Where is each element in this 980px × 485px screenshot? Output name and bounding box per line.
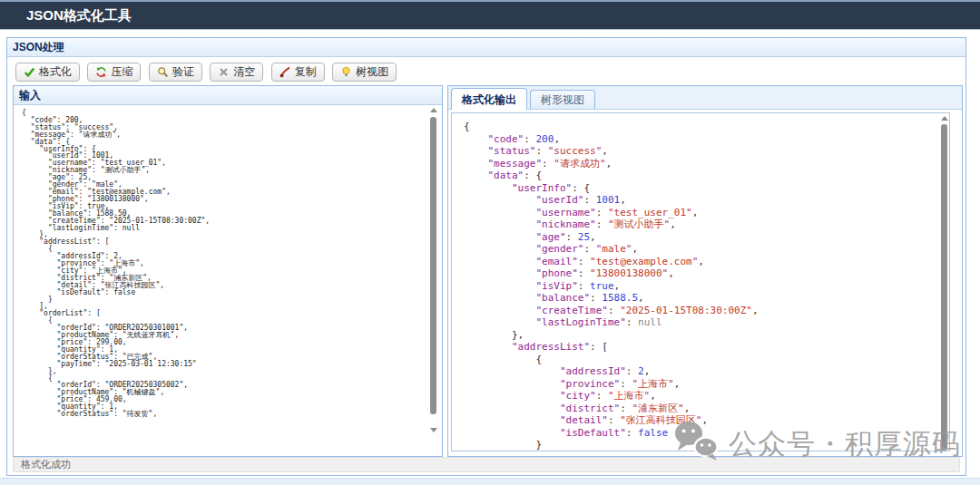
output-content-box: { "code": 200, "status": "success", "mes… <box>451 112 950 451</box>
wechat-icon <box>673 420 720 469</box>
compress-icon <box>95 66 107 78</box>
validate-button[interactable]: 验证 <box>149 63 202 82</box>
tab-tree-view[interactable]: 树形视图 <box>530 90 595 109</box>
magnifier-icon <box>157 66 169 78</box>
app-title: JSON格式化工具 <box>26 7 132 23</box>
toolbar: 格式化 压缩 验证 清空 复制 树视图 <box>7 58 965 85</box>
x-icon <box>218 66 230 78</box>
page-bottom-strip <box>0 478 980 485</box>
output-panel: 格式化输出 树形视图 { "code": 200, "status": "suc… <box>447 85 963 457</box>
input-panel-header: 输入 <box>14 86 442 105</box>
treeview-button[interactable]: 树视图 <box>332 63 397 82</box>
json-output: { "code": 200, "status": "success", "mes… <box>452 113 949 451</box>
scroll-down-arrow-icon[interactable] <box>430 428 437 432</box>
json-input[interactable]: { "code": 200, "status": "success", "mes… <box>14 105 442 418</box>
scroll-up-arrow-icon[interactable] <box>941 116 948 121</box>
output-tab-body: { "code": 200, "status": "success", "mes… <box>448 110 962 456</box>
input-scrollbar[interactable] <box>429 107 437 454</box>
lightbulb-icon <box>340 66 352 78</box>
output-scrollbar[interactable] <box>940 115 948 449</box>
brush-icon <box>279 66 291 78</box>
check-icon <box>24 66 35 78</box>
format-button[interactable]: 格式化 <box>15 63 80 82</box>
status-text: 格式化成功 <box>21 459 71 470</box>
output-tabstrip: 格式化输出 树形视图 <box>448 86 962 110</box>
scroll-up-arrow-icon[interactable] <box>430 108 437 112</box>
tab-formatted-output[interactable]: 格式化输出 <box>451 88 527 110</box>
watermark-text: 公众号・积厚源码 <box>729 425 961 463</box>
output-scrollbar-thumb[interactable] <box>941 124 947 451</box>
input-area[interactable]: { "code": 200, "status": "success", "mes… <box>14 105 442 456</box>
json-process-panel: JSON处理 格式化 压缩 验证 清空 复制 树视图 输入 <box>6 37 966 476</box>
copy-button[interactable]: 复制 <box>271 63 325 82</box>
app-title-bar: JSON格式化工具 <box>0 0 980 30</box>
input-scrollbar-thumb[interactable] <box>430 117 436 414</box>
input-panel: 输入 { "code": 200, "status": "success", "… <box>13 85 443 457</box>
panel-title: JSON处理 <box>13 41 64 53</box>
watermark: 公众号・积厚源码 <box>673 420 961 469</box>
clear-button[interactable]: 清空 <box>210 63 263 82</box>
input-panel-title: 输入 <box>19 89 41 102</box>
panel-header: JSON处理 <box>7 38 965 57</box>
compress-button[interactable]: 压缩 <box>87 63 141 82</box>
